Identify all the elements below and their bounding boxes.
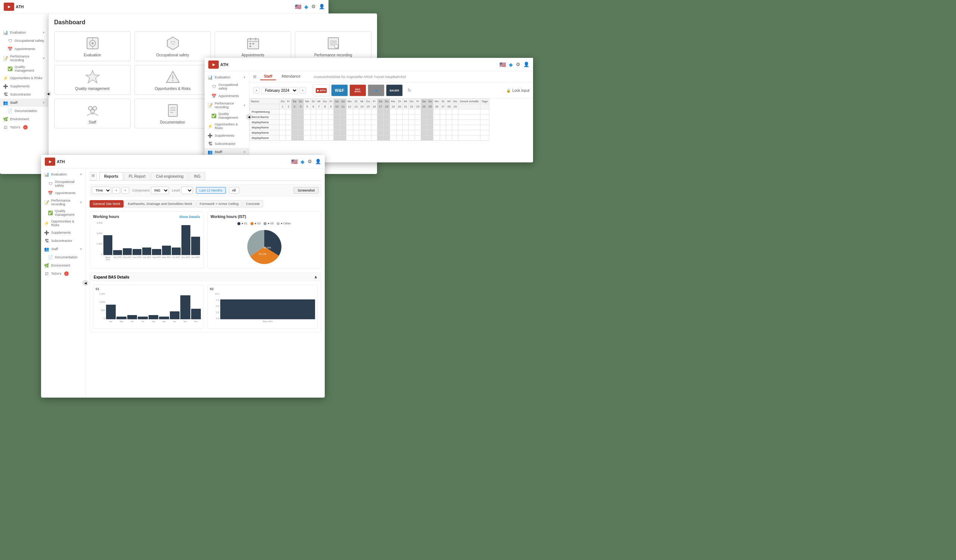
card-evaluation[interactable]: Evaluation xyxy=(54,31,131,61)
w3-nav-evaluation[interactable]: 📊 Evaluation ▼ xyxy=(41,170,85,178)
time-prev-btn[interactable]: ‹ xyxy=(112,187,120,194)
nav-todos[interactable]: ☑ ToDo's 0 xyxy=(0,123,48,131)
nav-opps[interactable]: ⚡ Opportunities & Risks xyxy=(0,74,48,82)
card-opps[interactable]: Opportunities & Risks xyxy=(134,65,211,95)
w2-nav-evaluation[interactable]: 📊 Evaluation ▼ xyxy=(204,73,249,82)
diamond2-icon[interactable]: ◆ xyxy=(509,61,513,68)
gear3-icon[interactable]: ⚙ xyxy=(308,159,312,164)
show-details-link[interactable]: Show Details xyxy=(179,215,200,219)
nav-quality[interactable]: ✅ Quality management xyxy=(0,63,48,74)
flag3-icon[interactable]: 🇺🇸 xyxy=(291,159,297,165)
user-icon[interactable]: 👤 xyxy=(319,4,325,9)
w2-nav-qual[interactable]: ✅ Quality management xyxy=(204,110,249,121)
w3-nav-appts[interactable]: 📅 Appointments xyxy=(41,189,85,197)
gear-icon[interactable]: ⚙ xyxy=(311,4,316,9)
w3-nav-env[interactable]: 🌿 Environment xyxy=(41,261,85,269)
tab-attendance[interactable]: Attendance xyxy=(278,73,304,80)
window3-content: ⊞ Reports PL Report Civil engineering IN… xyxy=(86,168,325,398)
flag-icon[interactable]: 🇺🇸 xyxy=(295,4,301,10)
w2-nav-suppl[interactable]: ➕ Supplements xyxy=(204,131,249,140)
screenshot-btn[interactable]: Screenshot xyxy=(293,187,319,194)
sub-bar-sept xyxy=(159,316,169,319)
w3-nav-docs[interactable]: 📄 Documentation xyxy=(41,253,85,261)
w2-nav-opps[interactable]: ⚡ Opportunities & Risks xyxy=(204,121,249,131)
card-appointments[interactable]: Appointments xyxy=(215,31,291,61)
card-perf[interactable]: Performance recording xyxy=(295,31,371,61)
nav-documentation[interactable]: 📄 Documentation xyxy=(0,107,48,115)
w3-nav-suppl[interactable]: ➕ Supplements xyxy=(41,228,85,237)
card-quality[interactable]: Quality management xyxy=(54,65,131,95)
logo-wf[interactable]: W&F xyxy=(331,84,348,96)
card-staff[interactable]: Staff xyxy=(54,99,131,128)
w2-nav-appts[interactable]: 📅 Appointments xyxy=(204,92,249,100)
nav-occ-safety[interactable]: 🛡 Occupational safety xyxy=(0,36,48,45)
nav-environment[interactable]: 🌿 Environment xyxy=(0,115,48,123)
diamond3-icon[interactable]: ◆ xyxy=(300,159,305,165)
w3-nav-todos[interactable]: ☑ ToDo's 0 xyxy=(41,269,85,278)
w3-nav-perf[interactable]: 📝 Performance recording ▼ xyxy=(41,197,85,208)
cat-tab-general[interactable]: General Site Work xyxy=(90,200,124,208)
col-so3: So xyxy=(384,99,390,104)
w2-nav-sub[interactable]: 🏗 Subcontractor xyxy=(204,140,249,148)
col-di2: Di xyxy=(353,99,359,104)
time-next-btn[interactable]: › xyxy=(121,187,129,194)
prev-month-btn[interactable]: ‹ xyxy=(253,87,260,94)
component-select[interactable]: ING xyxy=(151,187,169,194)
sidebar2-collapse-btn[interactable]: ◀ xyxy=(246,114,252,120)
tab-reports[interactable]: Reports xyxy=(99,172,123,180)
w3-nav-opps[interactable]: ⚡ Opportunities & Risks xyxy=(41,218,85,228)
nav-perf-recording[interactable]: 📝 Performance recording ▼ xyxy=(0,53,48,63)
sub-chart-02-container: 10.0 7.5 5.0 2.5 0.0 Ma xyxy=(210,293,315,326)
logo-bauer[interactable]: BAUER xyxy=(386,84,403,96)
cat-tab-earthworks[interactable]: Earthworks, Drainage and Demolition Work xyxy=(124,200,195,208)
tab-ing[interactable]: ING xyxy=(189,172,205,180)
qual-card-label: Quality management xyxy=(75,87,109,91)
day-28: 28 xyxy=(446,104,452,109)
refresh-icon[interactable]: ↻ xyxy=(408,88,411,93)
w3-nav-sub[interactable]: 🏗 Subcontractor xyxy=(41,237,85,245)
card-safety[interactable]: 🛡 Occupational safety xyxy=(134,31,211,61)
sidebar3-collapse-btn[interactable]: ◀ xyxy=(82,280,88,286)
cat-tab-concrete[interactable]: Concrete xyxy=(243,200,263,208)
level-filter-group: Level xyxy=(172,187,193,194)
nav-staff[interactable]: 👥 Staff ▼ xyxy=(0,99,48,107)
tab-civil[interactable]: Civil engineering xyxy=(151,172,188,180)
last-12-months-btn[interactable]: Last 12 Months xyxy=(196,187,226,194)
logo-ath[interactable]: ▶ ATH xyxy=(313,84,330,96)
diamond-icon[interactable]: ◆ xyxy=(304,4,308,10)
logo-red[interactable]: MAX BÖGL xyxy=(349,84,366,96)
time-select[interactable]: Time xyxy=(92,187,111,194)
sidebar-collapse-btn[interactable]: ◀ xyxy=(45,91,51,97)
day-21: 21 xyxy=(403,104,408,109)
cat-tab-formwork[interactable]: Formwork + Armor Ceiling xyxy=(197,200,242,208)
w2-nav-perf[interactable]: 📝 Performance recording ▼ xyxy=(204,100,249,110)
w3-staff-icon: 👥 xyxy=(44,246,49,252)
tab-staff[interactable]: Staff xyxy=(260,73,276,80)
flag2-icon[interactable]: 🇺🇸 xyxy=(500,61,506,68)
level-select[interactable] xyxy=(181,187,193,194)
user3-icon[interactable]: 👤 xyxy=(315,159,321,164)
nav-appointments[interactable]: 📅 Appointments xyxy=(0,45,48,53)
tab-pl-report[interactable]: PL Report xyxy=(124,172,151,180)
grid-icon2: ⊞ xyxy=(90,172,97,180)
w2-nav-occ[interactable]: 🛡 Occupational safety xyxy=(204,82,249,92)
nav-subcontractor[interactable]: 🏗 Subcontractor xyxy=(0,90,48,99)
w3-nav-staff[interactable]: 👥 Staff ▼ xyxy=(41,245,85,253)
nav-evaluation[interactable]: 📊 Evaluation ▼ xyxy=(0,28,48,36)
logo-gray[interactable]: 🔷 xyxy=(368,84,385,96)
w3-docs-label: Documentation xyxy=(55,255,78,259)
next-month-btn[interactable]: › xyxy=(299,87,306,94)
w3-nav-qual[interactable]: ✅ Quality management xyxy=(41,208,85,218)
table-row: displayName xyxy=(250,130,489,135)
all-btn[interactable]: All xyxy=(229,187,239,194)
pie-chart-wrapper: 56.9% 34.1% xyxy=(211,228,318,266)
w3-nav-occ[interactable]: 🛡 Occupational safety xyxy=(41,178,85,189)
card-docs[interactable]: Documentation xyxy=(134,99,211,128)
expand-bas-header[interactable]: Expand BAS Details ∧ xyxy=(90,273,321,282)
month-select[interactable]: February 2024 xyxy=(261,87,298,94)
gear2-icon[interactable]: ⚙ xyxy=(516,61,520,67)
day-20: 20 xyxy=(396,104,403,109)
user2-icon[interactable]: 👤 xyxy=(524,61,529,67)
card-wrapper-appts: Appointments xyxy=(215,31,291,61)
nav-supplements[interactable]: ➕ Supplements xyxy=(0,82,48,90)
